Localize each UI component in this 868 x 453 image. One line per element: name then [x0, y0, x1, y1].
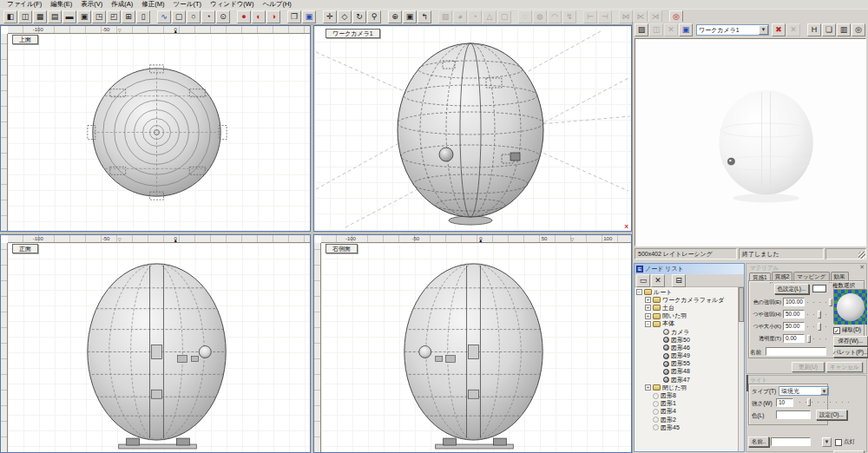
- render-close-button[interactable]: ✖: [772, 23, 786, 36]
- viewport-canvas-front[interactable]: [8, 243, 310, 452]
- bounds-button[interactable]: ▣: [403, 10, 417, 23]
- render-print-button[interactable]: ▥: [837, 23, 851, 36]
- view-texture-button[interactable]: ◰: [107, 10, 121, 23]
- scrollbar-thumb[interactable]: [739, 287, 744, 322]
- tree-expand-toggle[interactable]: −: [645, 321, 651, 327]
- sel-rotate-button[interactable]: ◕: [453, 10, 467, 23]
- join-left-button[interactable]: ⊢: [583, 10, 597, 23]
- ring-tool-button[interactable]: ⊙: [216, 10, 230, 23]
- light-color-field[interactable]: [776, 410, 811, 419]
- material-cancel-button[interactable]: キャンセル: [826, 362, 863, 372]
- layout-split-button[interactable]: ◫: [18, 10, 32, 23]
- split-button[interactable]: ⋈: [619, 10, 633, 23]
- lit-checkbox-row[interactable]: 点灯: [835, 438, 855, 446]
- circle-tool-button[interactable]: ○: [187, 10, 201, 23]
- tree-item[interactable]: + ワークカメラフォルダ: [635, 296, 738, 304]
- viewport-top[interactable]: -100-500▽▲: [0, 25, 311, 232]
- rect-tool-button[interactable]: ▢: [172, 10, 186, 23]
- grid-settings-button[interactable]: ⊞: [122, 10, 135, 23]
- menu-item[interactable]: 表示(V): [76, 0, 107, 9]
- mod-arc-button[interactable]: ◠: [548, 10, 562, 23]
- slider-value-field[interactable]: 100.00: [783, 298, 805, 306]
- layout-single-button[interactable]: ◧: [3, 10, 17, 23]
- viewport-side[interactable]: -100-50050100▽▲: [313, 234, 632, 453]
- mod-spin-button[interactable]: ↯: [562, 10, 576, 23]
- slider-track[interactable]: [807, 335, 831, 343]
- viewport-canvas-camera[interactable]: [314, 26, 631, 231]
- viewport-canvas-side[interactable]: [321, 243, 631, 452]
- slider-thumb[interactable]: [829, 299, 832, 306]
- slider-track[interactable]: [807, 299, 831, 306]
- menu-item[interactable]: 編集(E): [46, 0, 76, 9]
- tree-expand-toggle[interactable]: +: [645, 313, 651, 319]
- view-bar-button[interactable]: ▬: [62, 10, 76, 23]
- mod-fill-button[interactable]: ◍: [533, 10, 547, 23]
- palette-button[interactable]: パレット(P)...: [833, 347, 868, 358]
- slider-thumb[interactable]: [807, 335, 811, 343]
- slider-thumb[interactable]: [818, 323, 821, 331]
- light-name-button[interactable]: 名前..: [748, 437, 769, 447]
- render-clear-button[interactable]: ✕: [664, 23, 678, 36]
- resize-grip[interactable]: [858, 252, 865, 259]
- slider-thumb[interactable]: [818, 311, 821, 318]
- light-setting-button[interactable]: 設定(O)...: [816, 410, 847, 420]
- close-icon[interactable]: ✕: [859, 264, 865, 271]
- color-setting-button[interactable]: 色設定(L)...: [774, 284, 809, 294]
- render-copy-button[interactable]: ◫: [649, 23, 663, 36]
- tree-expand-toggle[interactable]: −: [636, 289, 642, 295]
- material-preview[interactable]: [833, 289, 866, 324]
- panel-toggle-button[interactable]: ▯: [136, 10, 150, 23]
- tree-item[interactable]: + 開いた羽: [635, 312, 738, 320]
- node-list-scrollbar[interactable]: [738, 287, 744, 451]
- outline-checkbox-row[interactable]: ✓ 縁取(D): [833, 326, 861, 334]
- tree-item[interactable]: 図形45: [635, 423, 738, 431]
- tree-expand-toggle[interactable]: +: [645, 384, 651, 391]
- slider-value-field[interactable]: 50.00: [783, 310, 805, 318]
- material-window-button[interactable]: ▣: [302, 10, 316, 23]
- move-tool-button[interactable]: ✛: [323, 10, 337, 23]
- render-zoom-button[interactable]: ◎: [852, 23, 865, 36]
- render-preview[interactable]: [635, 38, 866, 246]
- copy-window-button[interactable]: ❐: [287, 10, 301, 23]
- tree-expand-toggle[interactable]: +: [645, 297, 651, 303]
- sphere-tool-button[interactable]: ◔: [201, 10, 215, 23]
- mod-round-button[interactable]: ◌: [518, 10, 532, 23]
- tree-item[interactable]: 図形1: [635, 400, 738, 408]
- slider-value-field[interactable]: 0.00: [783, 334, 805, 343]
- layout-rows-button[interactable]: ▤: [48, 10, 62, 23]
- light-name-field[interactable]: [771, 437, 811, 446]
- render-save-button[interactable]: ❏: [822, 23, 836, 36]
- viewport-front[interactable]: -100-500▽▲: [0, 234, 311, 453]
- slider-thumb[interactable]: [807, 398, 811, 406]
- render-settings-button[interactable]: ▨: [635, 23, 648, 36]
- join-right-button[interactable]: ⊣: [598, 10, 612, 23]
- node-delete-button[interactable]: ✕: [651, 274, 665, 287]
- viewport-close-icon[interactable]: x: [625, 222, 628, 230]
- render-stop-button[interactable]: ✕: [786, 23, 800, 36]
- material-color-swatch[interactable]: [812, 285, 826, 292]
- tree-item[interactable]: 図形2: [635, 416, 738, 423]
- menu-item[interactable]: ウィンドウ(W): [206, 0, 258, 9]
- chevron-down-icon[interactable]: ▼: [820, 387, 828, 395]
- menu-item[interactable]: ツール(T): [169, 0, 206, 9]
- tree-item[interactable]: 図形8: [635, 391, 738, 399]
- render-hold-button[interactable]: H: [807, 23, 821, 36]
- save-material-button[interactable]: 保存(W)...: [833, 336, 868, 346]
- rotate-tool-button[interactable]: ↻: [352, 10, 366, 23]
- center-point-button[interactable]: ⊕: [388, 10, 402, 23]
- menu-item[interactable]: ファイル(F): [3, 0, 46, 9]
- material-update-button[interactable]: 更新(U): [792, 362, 825, 372]
- pick-tool-button[interactable]: ⚲: [367, 10, 381, 23]
- light-strength-field[interactable]: 10: [776, 398, 793, 407]
- camera-select[interactable]: ワークカメラ1 ▼: [696, 24, 769, 36]
- menu-item[interactable]: 作成(A): [107, 0, 137, 9]
- render-mode-button[interactable]: ▣: [679, 23, 693, 36]
- sel-top-button[interactable]: △: [483, 10, 496, 23]
- material-name-field[interactable]: [766, 347, 826, 356]
- tree-item[interactable]: 図形4: [635, 408, 738, 416]
- sel-move-button[interactable]: ◔: [468, 10, 482, 23]
- lit-checkbox[interactable]: [835, 439, 842, 446]
- tree-expand-toggle[interactable]: +: [645, 305, 651, 311]
- light-strength-slider[interactable]: [799, 398, 853, 406]
- flip-back-button[interactable]: ↰: [418, 10, 431, 23]
